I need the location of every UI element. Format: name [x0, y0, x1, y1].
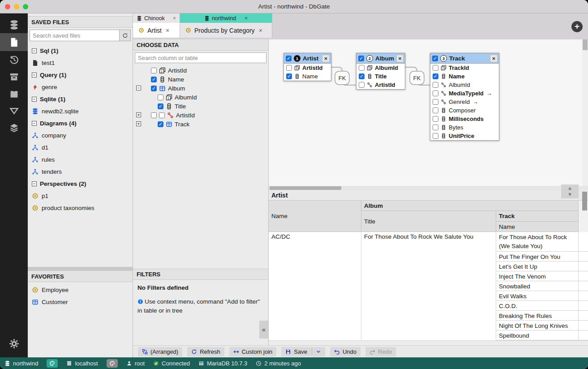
redo-button[interactable]: Redo [365, 347, 396, 356]
column-checkbox[interactable] [433, 82, 438, 88]
choose-data-name[interactable]: Name [133, 75, 268, 84]
saved-file-tenders[interactable]: tenders [28, 166, 133, 178]
close-icon[interactable]: × [166, 27, 169, 34]
node-header[interactable]: 1 Artist × [284, 53, 331, 64]
node-checkbox[interactable] [286, 56, 292, 61]
sidebar-item-history[interactable] [0, 51, 28, 68]
column-checkbox[interactable] [433, 124, 438, 130]
close-icon[interactable]: × [173, 15, 176, 21]
zoom-window-button[interactable] [23, 4, 28, 9]
expand-relation-arrow[interactable]: → [472, 99, 478, 105]
column-checkbox[interactable] [359, 65, 365, 71]
track-name-cell[interactable]: Put The Finger On You [496, 252, 579, 262]
choose-data-albumid[interactable]: 1 AlbumId [133, 93, 268, 102]
column-checkbox[interactable] [158, 103, 163, 109]
saved-file-test1[interactable]: test1 [28, 57, 133, 69]
column-checkbox[interactable] [151, 86, 157, 91]
sidebar-item-files[interactable] [0, 33, 28, 51]
track-name-cell[interactable]: Inject The Venom [496, 271, 579, 281]
node-column-genreid[interactable]: GenreId → [430, 98, 499, 106]
close-icon[interactable]: × [396, 55, 403, 62]
connection-color-button[interactable] [107, 359, 118, 368]
column-checkbox[interactable] [286, 65, 292, 71]
tab-artist[interactable]: Artist × [133, 23, 180, 38]
grid-vertical-scrollbar[interactable] [582, 192, 587, 210]
expand-relation-arrow[interactable]: → [486, 90, 492, 97]
panel-splitter[interactable] [28, 267, 133, 270]
close-icon[interactable]: × [322, 55, 330, 62]
tab-group-chinook[interactable]: Chinook × [133, 13, 180, 23]
column-checkbox[interactable] [359, 82, 365, 88]
column-checkbox[interactable] [433, 65, 438, 71]
tab-products-by-category[interactable]: Products by Category × [180, 23, 272, 38]
node-checkbox[interactable] [432, 56, 438, 61]
diagram-node-track[interactable]: 3 Track × 1 TrackId Name AlbumId [430, 53, 499, 141]
close-icon[interactable]: × [490, 55, 498, 62]
column-checkbox[interactable] [151, 77, 157, 82]
saved-files-group-diagrams-4[interactable]: − Diagrams (4) [28, 117, 133, 129]
choose-data-artistid[interactable]: + ArtistId [133, 111, 268, 120]
database-color-button[interactable] [47, 359, 58, 368]
node-column-name[interactable]: Name [430, 72, 499, 81]
track-name-cell[interactable]: Night Of The Long Knives [496, 321, 579, 330]
column-checkbox[interactable] [433, 107, 438, 113]
saved-files-search-input[interactable] [30, 30, 119, 41]
node-column-composer[interactable]: Composer [430, 106, 499, 115]
column-checkbox[interactable] [158, 121, 163, 127]
node-column-mediatypeid[interactable]: MediaTypeId → [430, 89, 499, 98]
node-column-artistid[interactable]: 1 ArtistId [284, 64, 331, 72]
column-checkbox[interactable] [433, 90, 438, 96]
node-column-albumid[interactable]: 1 AlbumId [356, 64, 405, 72]
expand-icon[interactable]: + [136, 112, 141, 117]
sidebar-item-cell-data[interactable] [0, 102, 28, 119]
settings-button[interactable] [0, 335, 28, 352]
saved-file-p1[interactable]: p1 [28, 190, 133, 202]
saved-file-newdb2-sqlite[interactable]: newdb2.sqlite [28, 105, 133, 117]
choose-data-artistid[interactable]: 1 ArtistId [133, 66, 268, 75]
column-checkbox[interactable] [433, 133, 438, 139]
node-header[interactable]: 2 Album × [356, 53, 405, 64]
node-column-albumid[interactable]: AlbumId [430, 81, 499, 89]
column-checkbox[interactable] [433, 116, 438, 122]
column-checkbox[interactable] [151, 112, 157, 118]
sidebar-item-app-layers[interactable] [0, 119, 28, 136]
favorite-customer[interactable]: Customer [28, 296, 133, 308]
column-checkbox[interactable] [359, 73, 365, 79]
saved-file-genre[interactable]: genre [28, 81, 133, 93]
saved-files-group-sql-1[interactable]: − Sql (1) [28, 45, 133, 57]
diagram-vertical-scrollbar[interactable] [582, 39, 588, 186]
choose-data-track[interactable]: + Track [133, 120, 268, 129]
favorite-employee[interactable]: Employee [28, 284, 133, 296]
close-window-button[interactable] [5, 4, 10, 9]
node-header[interactable]: 3 Track × [430, 53, 499, 64]
sidebar-item-archive[interactable] [0, 68, 28, 85]
refresh-saved-files-button[interactable] [119, 30, 131, 41]
choose-data-title[interactable]: Title [133, 102, 268, 111]
node-column-unitprice[interactable]: UnitPrice [430, 132, 499, 140]
saved-file-product-taxonomies[interactable]: product taxonomies [28, 202, 133, 214]
column-checkbox[interactable] [433, 99, 438, 105]
collapse-up-icon[interactable]: « [567, 187, 572, 190]
choose-data-album[interactable]: − Album [133, 84, 268, 93]
undo-button[interactable]: Undo [330, 347, 361, 356]
sidebar-item-plugins[interactable] [0, 85, 28, 102]
expand-down-icon[interactable]: » [567, 193, 572, 196]
column-checkbox[interactable] [159, 112, 165, 118]
column-checkbox[interactable] [433, 73, 438, 79]
refresh-button[interactable]: Refresh [187, 347, 224, 356]
column-checkbox[interactable] [286, 73, 292, 79]
saved-file-d1[interactable]: d1 [28, 142, 133, 154]
saved-files-group-query-1[interactable]: − Query (1) [28, 69, 133, 81]
collapse-icon[interactable]: − [136, 86, 141, 90]
saved-file-rules[interactable]: rules [28, 154, 133, 166]
add-tab-button[interactable]: + [571, 21, 583, 32]
saved-files-group-sqlite-1[interactable]: − Sqlite (1) [28, 93, 133, 105]
choose-data-search-input[interactable] [135, 52, 266, 63]
collapse-icon[interactable]: − [32, 97, 37, 102]
collapse-panel-button[interactable]: « [259, 321, 268, 339]
node-column-name[interactable]: Name [284, 72, 331, 81]
track-name-cell[interactable]: For Those About To Rock (We Salute You) [496, 232, 579, 252]
node-column-milliseconds[interactable]: Milliseconds [430, 115, 499, 123]
node-checkbox[interactable] [358, 56, 364, 61]
diagram-horizontal-scrollbar[interactable] [269, 186, 588, 190]
